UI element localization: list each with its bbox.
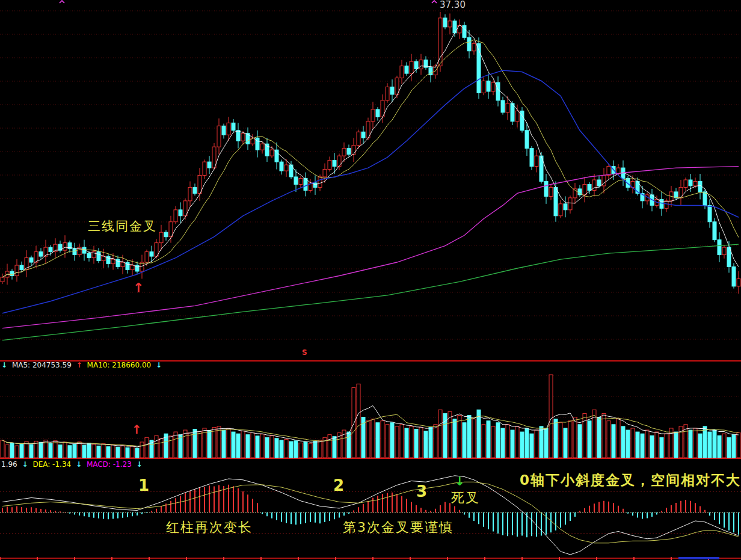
volume-up-arrow-icon: ↑	[132, 423, 142, 435]
ex-dividend-s-marker: S	[302, 349, 307, 356]
volume-ma10-down-arrow-icon: ↓	[156, 361, 162, 369]
golden-cross-1-label: 1	[138, 478, 149, 493]
red-bars-longer-annotation: 红柱再次变长	[166, 521, 253, 534]
below-zero-cross-annotation: 0轴下小斜度金叉，空间相对不大	[520, 473, 741, 487]
volume-ma5-up-arrow-icon: ↑	[76, 361, 82, 369]
death-cross-down-arrow-icon: ↓	[455, 475, 465, 487]
buy-up-arrow-icon: ↑	[133, 282, 144, 295]
death-cross-annotation: 死叉	[451, 491, 480, 505]
top-peak-ticks	[60, 1, 437, 3]
volume-ma10-value: MA10: 218660.00	[87, 361, 152, 369]
golden-cross-3-label: 3	[416, 484, 427, 499]
macd-dea-down-arrow-icon: ↓	[76, 460, 82, 469]
peak-price-label: 37.30	[440, 1, 466, 10]
macd-down-arrow-icon: ↓	[137, 460, 143, 469]
third-golden-cross-annotation: 第3次金叉要谨慎	[343, 521, 454, 534]
three-line-golden-cross-annotation: 三线同金叉	[88, 220, 157, 233]
scrollbar-thumb[interactable]	[678, 557, 719, 559]
golden-cross-2-label: 2	[333, 478, 344, 493]
volume-ma5-value: MA5: 204753.59	[12, 361, 72, 369]
macd-value: MACD: -1.23	[87, 460, 132, 469]
candlestick-pane	[1, 12, 740, 294]
macd-dif-down-arrow-icon: ↓	[22, 460, 28, 469]
volume-left-down-arrow-icon: ↓	[1, 361, 7, 369]
stock-chart-window: 37.30 三线同金叉 ↑ S ↓ MA5: 204753.59 ↑ MA10:…	[0, 0, 741, 560]
macd-dea-value: DEA: -1.34	[32, 460, 71, 469]
macd-indicator-header: 1.96 ↓ DEA: -1.34 ↓ MACD: -1.23 ↓	[1, 461, 145, 468]
macd-dif-value: 1.96	[1, 460, 17, 469]
volume-indicator-header: ↓ MA5: 204753.59 ↑ MA10: 218660.00 ↓	[1, 362, 164, 369]
